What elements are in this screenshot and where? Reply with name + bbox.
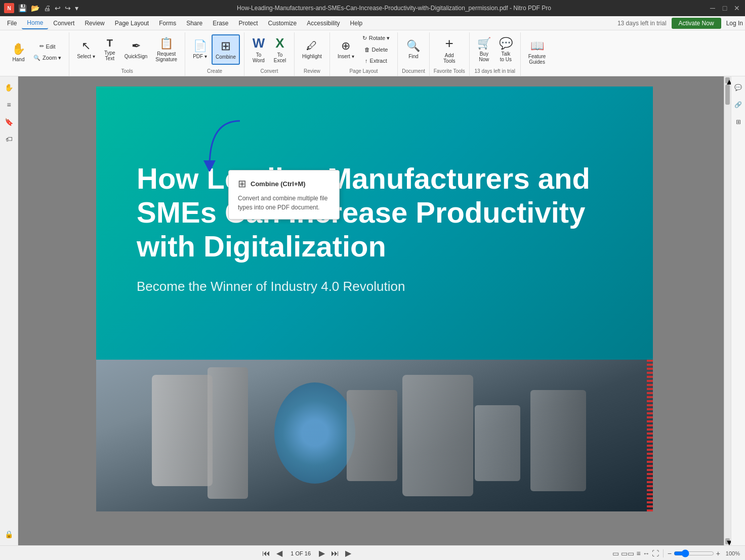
minimize-button[interactable]: ─ [709,4,717,12]
print-icon[interactable]: 🖨 [43,3,52,13]
fullscreen-icon[interactable]: ⛶ [652,549,659,557]
last-page-button[interactable]: ⏭ [329,548,341,559]
scrollbar-thumb[interactable] [725,84,730,105]
buy-now-button[interactable]: 🛒 BuyNow [474,34,494,65]
type-text-button[interactable]: T TypeText [100,34,120,65]
fit-width-icon[interactable]: ↔ [643,549,650,557]
zoom-slider[interactable] [674,549,714,557]
menu-erase[interactable]: Erase [208,18,233,29]
trial-days: 13 days left in trial [617,20,667,27]
find-button[interactable]: 🔍 Find [403,34,424,65]
zoom-button[interactable]: 🔍 Zoom ▾ [30,53,65,63]
pdf-button[interactable]: 📄 PDF ▾ [189,34,211,65]
activate-now-button[interactable]: Activate Now [672,18,721,29]
login-button[interactable]: Log In [726,20,743,27]
create-buttons: 📄 PDF ▾ ⊞ Combine [189,32,240,66]
maximize-button[interactable]: □ [721,4,729,12]
menu-home[interactable]: Home [22,17,48,29]
select-button[interactable]: ↖ Select ▾ [73,34,99,65]
delete-button[interactable]: 🗑 Delete [359,45,393,55]
find-label: Find [408,54,418,59]
comment-sidebar-icon[interactable]: 💬 [731,80,746,95]
ribbon-group-favorite: + AddTools Favorite Tools [430,32,470,76]
close-button[interactable]: ✕ [733,4,741,12]
ribbon-group-purchase: 🛒 BuyNow 💬 Talkto Us 13 days left in tri… [470,32,521,76]
favorite-buttons: + AddTools [439,32,460,66]
rotate-button[interactable]: ↻ Rotate ▾ [359,33,393,44]
menu-customize[interactable]: Customize [263,18,302,29]
page-layout-buttons: ⊕ Insert ▾ ↻ Rotate ▾ 🗑 Delete ↑ Extract [334,32,393,66]
insert-button[interactable]: ⊕ Insert ▾ [334,34,358,65]
title-bar: N 💾 📂 🖨 ↩ ↪ ▾ How-Leading-Manufacturers-… [0,0,745,16]
trial-info: 13 days left in trial Activate Now Log I… [617,18,743,29]
menu-convert[interactable]: Convert [48,18,79,29]
scroll-up-arrow[interactable]: ▲ [725,77,730,83]
tag-sidebar-icon[interactable]: 🏷 [2,132,16,146]
lock-sidebar-icon[interactable]: 🔒 [2,527,16,541]
request-signature-button[interactable]: 📋 RequestSignature [152,34,181,65]
create-label: Create [207,66,222,74]
edit-zoom-col: ✏ Edit 🔍 Zoom ▾ [30,41,65,63]
menu-page-layout[interactable]: Page Layout [110,18,154,29]
pdf-icon: 📄 [193,39,207,53]
extract-button[interactable]: ↑ Extract [359,56,393,66]
talk-to-us-button[interactable]: 💬 Talkto Us [495,34,516,65]
app-icon: N [4,3,14,13]
menu-protect[interactable]: Protect [234,18,263,29]
save-icon[interactable]: 💾 [17,3,28,13]
hand-button[interactable]: ✋ Hand [8,37,29,67]
play-button[interactable]: ▶ [343,547,353,559]
add-tools-icon: + [445,35,453,52]
tooltip-header: ⊞ Combine (Ctrl+M) [238,178,330,190]
open-icon[interactable]: 📂 [30,3,40,13]
ribbon-group-create: 📄 PDF ▾ ⊞ Combine Create [185,32,244,76]
quicksign-button[interactable]: ✒ QuickSign [121,34,151,65]
scroll-view-icon[interactable]: ≡ [636,549,640,557]
document-label: Document [402,66,425,74]
to-excel-button[interactable]: X ToExcel [270,33,290,66]
to-word-label: ToWord [253,52,265,63]
guides-buttons: 📖 FeatureGuides [525,32,549,72]
undo-icon[interactable]: ↩ [54,3,62,13]
zoom-in-button[interactable]: + [716,549,720,557]
single-page-icon[interactable]: ▭ [612,549,619,557]
customize-icon[interactable]: ▾ [74,3,79,13]
highlight-button[interactable]: 🖊 Highlight [299,34,325,65]
zoom-out-button[interactable]: − [668,549,672,557]
prev-page-button[interactable]: ◀ [274,547,284,559]
add-tools-button[interactable]: + AddTools [439,33,460,66]
hand-sidebar-icon[interactable]: ✋ [2,80,16,95]
tools-label: Tools [121,66,133,74]
window-controls: ─ □ ✕ [709,4,741,12]
to-excel-label: ToExcel [274,52,286,63]
menu-accessibility[interactable]: Accessibility [302,18,345,29]
menu-file[interactable]: File [2,18,22,29]
redo-icon[interactable]: ↪ [64,3,72,13]
ribbon: ✋ Hand ✏ Edit 🔍 Zoom ▾ ↖ Select ▾ [0,30,745,76]
edit-button[interactable]: ✏ Edit [30,41,65,52]
scroll-down-arrow[interactable]: ▼ [725,538,730,544]
menu-help[interactable]: Help [345,18,368,29]
pdf-page: How Leading Manufacturers and SMEs Can I… [96,87,653,511]
menu-forms[interactable]: Forms [154,18,181,29]
link-sidebar-icon[interactable]: 🔗 [731,98,746,112]
bookmark-sidebar-icon[interactable]: 🔖 [2,115,16,129]
scrollbar[interactable]: ▲ ▼ [724,76,731,545]
page-actions-col: ↻ Rotate ▾ 🗑 Delete ↑ Extract [359,33,393,66]
delete-icon: 🗑 [364,47,370,53]
to-word-button[interactable]: W ToWord [249,33,269,66]
grid-sidebar-icon[interactable]: ⊞ [731,115,746,129]
first-page-button[interactable]: ⏮ [260,548,272,559]
quicksign-icon: ✒ [132,39,141,53]
menu-review[interactable]: Review [79,18,109,29]
combine-button[interactable]: ⊞ Combine [212,34,240,65]
layers-sidebar-icon[interactable]: ≡ [2,98,16,112]
feature-guides-button[interactable]: 📖 FeatureGuides [525,37,549,67]
edit-icon: ✏ [39,43,44,50]
next-page-button[interactable]: ▶ [317,547,327,559]
pdf-main-title: How Leading Manufacturers and SMEs Can I… [137,162,612,263]
menu-share[interactable]: Share [181,18,208,29]
edit-label: Edit [46,44,56,50]
two-page-icon[interactable]: ▭▭ [621,549,634,557]
purchase-label: 13 days left in trial [475,66,516,74]
